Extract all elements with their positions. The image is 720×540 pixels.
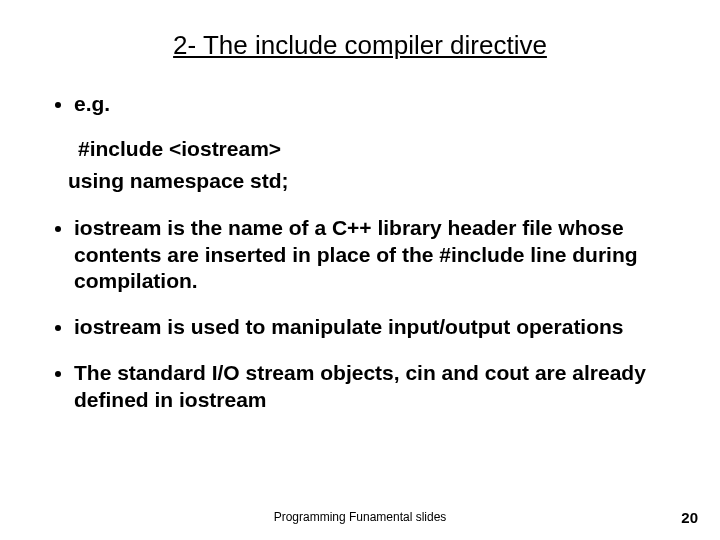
bullet-eg: e.g. xyxy=(74,91,680,117)
code-include: #include <iostream> xyxy=(78,137,680,161)
slide-title: 2- The include compiler directive xyxy=(40,30,680,61)
slide: 2- The include compiler directive e.g. #… xyxy=(0,0,720,540)
bullet-list-2: iostream is the name of a C++ library he… xyxy=(40,215,680,413)
bullet-list: e.g. xyxy=(40,91,680,117)
footer-text: Programming Funamental slides xyxy=(0,510,720,524)
bullet-1: iostream is the name of a C++ library he… xyxy=(74,215,680,294)
bullet-2: iostream is used to manipulate input/out… xyxy=(74,314,680,340)
bullet-3: The standard I/O stream objects, cin and… xyxy=(74,360,680,413)
code-using: using namespace std; xyxy=(68,169,680,193)
page-number: 20 xyxy=(681,509,698,526)
